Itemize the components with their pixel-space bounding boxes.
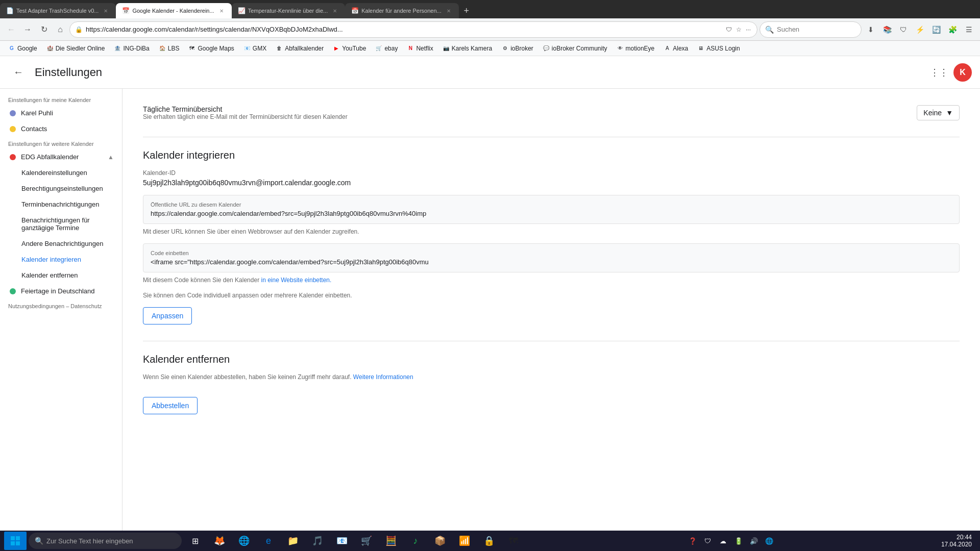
- start-button[interactable]: [4, 532, 27, 550]
- tab-3-title: Temperatur-Kennlinie über die...: [248, 8, 328, 14]
- bookmark-google[interactable]: G Google: [4, 44, 41, 53]
- bookmark-youtube-label: YouTube: [342, 45, 366, 52]
- back-to-calendar-button[interactable]: ←: [8, 62, 29, 83]
- taskbar-firefox[interactable]: 🦊: [208, 532, 231, 550]
- bookmark-iobroker-community[interactable]: 💬 ioBroker Community: [538, 44, 611, 53]
- bookmark-kamera[interactable]: 📷 Karels Kamera: [438, 44, 496, 53]
- forward-button[interactable]: →: [20, 22, 35, 37]
- taskbar-spotify[interactable]: ♪: [404, 532, 427, 550]
- cloud-icon[interactable]: ☁: [716, 534, 730, 548]
- sidebar-sub-kalender-integrieren[interactable]: Kalender integrieren: [0, 252, 122, 267]
- more-icon[interactable]: ···: [745, 25, 752, 34]
- reload-button[interactable]: ↻: [37, 22, 51, 37]
- tab-4-close[interactable]: ✕: [445, 7, 453, 15]
- bookmark-star-icon[interactable]: ☆: [735, 25, 743, 34]
- sidebar-item-edg[interactable]: EDG Abfallkalender ▲: [0, 149, 122, 165]
- back-button[interactable]: ←: [4, 22, 18, 37]
- search-input[interactable]: [777, 26, 856, 33]
- tab-2-close[interactable]: ✕: [217, 7, 226, 15]
- bookmark-iobroker-community-label: ioBroker Community: [552, 45, 607, 52]
- taskbar-wifi[interactable]: 📶: [453, 532, 476, 550]
- shield-icon[interactable]: 🛡: [896, 22, 911, 37]
- network-icon[interactable]: 🌐: [762, 534, 776, 548]
- taskbar-search-input[interactable]: [46, 537, 176, 545]
- bookmark-youtube[interactable]: ▶ YouTube: [329, 44, 370, 53]
- my-calendars-section-title: Einstellungen für meine Kalender: [0, 93, 122, 105]
- more-info-link[interactable]: Weitere Informationen: [353, 373, 413, 381]
- taskbar-amazon[interactable]: 📦: [429, 532, 451, 550]
- taskbar-mail[interactable]: 📧: [331, 532, 353, 550]
- sidebar-sub-terminbenachrichtigungen[interactable]: Terminbenachrichtigungen: [0, 196, 122, 212]
- bookmark-motioneye[interactable]: 👁 motionEye: [612, 44, 659, 53]
- taskbar-media[interactable]: 🎵: [306, 532, 329, 550]
- bookmark-lbs[interactable]: 🏠 LBS: [155, 44, 184, 53]
- unsubscribe-button[interactable]: Abbestellen: [143, 397, 198, 414]
- extensions-icon[interactable]: 🧩: [945, 22, 960, 37]
- google-apps-button[interactable]: ⋮⋮: [929, 62, 949, 83]
- customize-button[interactable]: Anpassen: [143, 307, 192, 324]
- task-view-button[interactable]: ⊞: [184, 532, 206, 550]
- bookmark-netflix[interactable]: N Netflix: [403, 44, 437, 53]
- calendar-id-value: 5uj9pjl2h3lah9ptg00ib6q80vmu3rvn@import.…: [143, 179, 960, 187]
- menu-icon[interactable]: ☰: [962, 22, 976, 37]
- address-bar-input[interactable]: [86, 26, 722, 33]
- map-app-icon: 🗺: [509, 536, 518, 546]
- taskbar-explorer[interactable]: 📁: [282, 532, 304, 550]
- flash-icon[interactable]: ⚡: [913, 22, 927, 37]
- daily-overview-dropdown[interactable]: Keine ▼: [917, 105, 960, 120]
- taskbar-clock[interactable]: 20:44 17.04.2020: [937, 534, 976, 548]
- taskbar-calculator[interactable]: 🧮: [380, 532, 402, 550]
- bookmark-ebay[interactable]: 🛒 ebay: [371, 44, 402, 53]
- taskbar-chrome[interactable]: 🌐: [233, 532, 255, 550]
- bookmark-ingdiba[interactable]: 🏦 ING-DiBa: [110, 44, 153, 53]
- tab-3-close[interactable]: ✕: [331, 7, 339, 15]
- maps-icon: 🗺: [188, 45, 195, 52]
- taskbar-map-app[interactable]: 🗺: [502, 532, 525, 550]
- library-icon[interactable]: 📚: [880, 22, 894, 37]
- sidebar-sub-berechtigungseinstellungen[interactable]: Berechtigungseinstellungen: [0, 181, 122, 196]
- taskbar-edge[interactable]: e: [257, 532, 280, 550]
- taskbar-vpn[interactable]: 🔒: [478, 532, 500, 550]
- bookmark-iobroker[interactable]: ⚙ ioBroker: [497, 44, 537, 53]
- daily-overview-row: Tägliche Terminübersicht Sie erhalten tä…: [143, 101, 960, 124]
- tab-3[interactable]: 📈 Temperatur-Kennlinie über die... ✕: [232, 3, 346, 18]
- bookmark-motioneye-label: motionEye: [626, 45, 655, 52]
- tab-4[interactable]: 📅 Kalender für andere Personen... ✕: [345, 3, 459, 18]
- sync-icon[interactable]: 🔄: [929, 22, 943, 37]
- sidebar-item-karel-puhli[interactable]: Karel Puhli: [0, 105, 122, 121]
- embed-hint2: Sie können den Code individuell anpassen…: [143, 292, 960, 299]
- sidebar-sub-kalendereinstellungen[interactable]: Kalendereinstellungen: [0, 165, 122, 181]
- sidebar-sub-andere-benachrichtigungen[interactable]: Andere Benachrichtigungen: [0, 236, 122, 252]
- bookmark-asus[interactable]: 🖥 ASUS Login: [693, 44, 744, 53]
- sidebar-sub-ganztagige[interactable]: Benachrichtigungen für ganztägige Termin…: [0, 212, 122, 236]
- bookmark-siedler[interactable]: 🏰 Die Siedler Online: [42, 44, 109, 53]
- tab-1[interactable]: 📄 Test Adapter TrashSchedule v0... ✕: [0, 3, 116, 18]
- embed-hint-link[interactable]: in eine Website einbetten.: [261, 277, 331, 284]
- download-icon[interactable]: ⬇: [864, 22, 878, 37]
- permissions-icon[interactable]: 🛡: [725, 25, 733, 34]
- embed-code-value: <iframe src="https://calendar.google.com…: [151, 258, 952, 266]
- tab-2[interactable]: 📅 Google Kalender - Kalenderein... ✕: [116, 3, 231, 18]
- bookmark-abfall[interactable]: 🗑 Abfallkalender: [272, 44, 328, 53]
- new-tab-button[interactable]: +: [459, 3, 474, 18]
- battery-icon[interactable]: 🔋: [731, 534, 746, 548]
- tab-1-close[interactable]: ✕: [102, 7, 110, 15]
- help-icon[interactable]: ❓: [685, 534, 700, 548]
- kamera-icon: 📷: [443, 45, 450, 52]
- user-avatar[interactable]: K: [953, 63, 972, 82]
- volume-icon[interactable]: 🔊: [747, 534, 761, 548]
- content-area: Einstellungen für meine Kalender Karel P…: [0, 89, 980, 531]
- taskbar-store[interactable]: 🛒: [355, 532, 378, 550]
- sidebar-item-feiertage[interactable]: Feiertage in Deutschland: [0, 283, 122, 299]
- bookmarks-bar: G Google 🏰 Die Siedler Online 🏦 ING-DiBa…: [0, 41, 980, 56]
- address-bar-actions: 🛡 ☆ ···: [725, 25, 752, 34]
- antivirus-icon[interactable]: 🛡: [701, 534, 715, 548]
- bookmark-alexa[interactable]: A Alexa: [659, 44, 692, 53]
- home-button[interactable]: ⌂: [53, 22, 67, 37]
- bookmark-maps[interactable]: 🗺 Google Maps: [184, 44, 238, 53]
- sidebar-item-contacts[interactable]: Contacts: [0, 121, 122, 137]
- toolbar-icons: ⬇ 📚 🛡 ⚡ 🔄 🧩 ☰: [864, 22, 976, 37]
- sidebar-sub-kalender-entfernen[interactable]: Kalender entfernen: [0, 267, 122, 283]
- tab-4-favicon: 📅: [351, 7, 358, 14]
- bookmark-gmx[interactable]: 📧 GMX: [239, 44, 271, 53]
